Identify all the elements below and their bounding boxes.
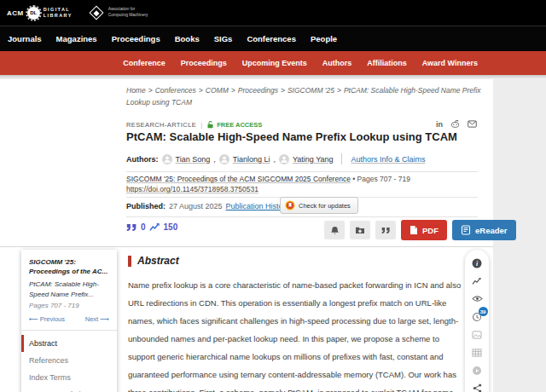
ereader-label: eReader xyxy=(475,226,508,235)
nav-item-proceedings[interactable]: Proceedings xyxy=(112,34,160,43)
venue-row: SIGCOMM '25: Proceedings of the ACM SIGC… xyxy=(126,175,410,183)
authors-label: Authors: xyxy=(126,155,159,164)
sidebar-venue-title[interactable]: SIGCOMM '25: Proceedings of the AC... xyxy=(29,257,109,276)
section-nav-index-terms[interactable]: Index Terms xyxy=(21,369,117,386)
published-date: 27 August 2025 xyxy=(169,202,223,210)
subnav-award-winners[interactable]: Award Winners xyxy=(422,59,478,67)
cite-button[interactable] xyxy=(375,221,396,239)
action-buttons: PDF eReader xyxy=(324,220,516,240)
previous-link[interactable]: ⟵ Previous xyxy=(29,315,65,323)
primary-nav: Journals Magazines Proceedings Books SIG… xyxy=(0,26,546,51)
bullet: • xyxy=(352,175,355,183)
author-link-tian-song[interactable]: Tian Song xyxy=(176,155,211,164)
section-nav-references[interactable]: References xyxy=(21,352,117,369)
tables-icon[interactable] xyxy=(472,347,483,358)
header-shadow xyxy=(0,75,546,79)
breadcrumb-separator: > xyxy=(148,86,153,95)
authors-row: Authors: Tian Song, Tianlong Li, Yating … xyxy=(126,153,426,164)
nav-item-magazines[interactable]: Magazines xyxy=(56,34,97,43)
metrics-row: 0 150 xyxy=(126,222,177,232)
crumb-conferences[interactable]: Conferences xyxy=(155,86,196,95)
section-nav-abstract[interactable]: Abstract xyxy=(21,335,117,352)
share-icons: in xyxy=(436,119,477,129)
subnav-affiliations[interactable]: Affiliations xyxy=(367,59,407,67)
article-meta-row: RESEARCH-ARTICLE | FREE ACCESS xyxy=(126,120,262,129)
doi-row: https://doi.org/10.1145/3718958.3750531 xyxy=(126,185,258,193)
abstract-accent-bar xyxy=(128,256,131,267)
author-separator: , xyxy=(213,155,216,164)
subnav-proceedings[interactable]: Proceedings xyxy=(181,59,227,67)
breadcrumb: Home>Conferences>COMM>Proceedings>SIGCOM… xyxy=(126,85,493,108)
subnav-upcoming-events[interactable]: Upcoming Events xyxy=(242,59,307,67)
divider xyxy=(126,216,478,217)
alert-bell-button[interactable] xyxy=(324,221,345,239)
assoc-line1: Association for xyxy=(108,7,135,11)
next-link[interactable]: Next ⟶ xyxy=(85,315,109,323)
crumb-comm[interactable]: COMM xyxy=(206,86,229,95)
abstract-heading: Abstract xyxy=(137,255,179,267)
venue-link[interactable]: SIGCOMM '25: Proceedings of the ACM SIGC… xyxy=(126,175,351,183)
figures-icon[interactable] xyxy=(472,329,483,340)
free-access-badge: FREE ACCESS xyxy=(206,120,262,129)
author-link-tianlong-li[interactable]: Tianlong Li xyxy=(233,155,270,164)
crumb-sigcomm25[interactable]: SIGCOMM '25 xyxy=(288,86,334,95)
author-avatar xyxy=(279,154,289,164)
meta-divider: | xyxy=(200,121,202,129)
authors-divider xyxy=(341,153,342,164)
media-icon[interactable] xyxy=(472,365,483,376)
abstract-heading-row: Abstract xyxy=(128,255,179,267)
author-avatar xyxy=(162,154,172,164)
published-label: Published: xyxy=(126,202,166,210)
references-icon[interactable]: 39 xyxy=(472,311,483,322)
info-icon[interactable]: i xyxy=(472,257,483,268)
previous-label: Previous xyxy=(40,315,65,323)
crossmark-icon xyxy=(285,200,295,210)
cite-quote-icon xyxy=(381,227,391,234)
sidebar-pages: Pages 707 - 719 xyxy=(29,302,109,309)
nav-item-journals[interactable]: Journals xyxy=(8,34,42,43)
acm-dl-gear-icon: DL xyxy=(27,7,40,20)
conference-subnav: Conference Proceedings Upcoming Events A… xyxy=(0,51,546,75)
acm-dl-logo[interactable]: ACM DL DIGITAL LIBRARY xyxy=(7,7,73,20)
downloads-trend-icon xyxy=(149,222,160,232)
pages-label: Pages 707 - 719 xyxy=(357,175,410,183)
share-icon[interactable] xyxy=(472,383,483,392)
metrics-icon[interactable] xyxy=(472,275,483,286)
divider xyxy=(126,171,478,172)
author-separator: , xyxy=(273,155,276,164)
citation-quote-icon xyxy=(126,223,137,232)
subnav-conference[interactable]: Conference xyxy=(123,59,166,67)
acm-logo-text: ACM xyxy=(7,9,24,17)
author-link-yating-yang[interactable]: Yating Yang xyxy=(293,155,334,164)
free-access-label: FREE ACCESS xyxy=(217,121,262,129)
downloads-count: 150 xyxy=(164,222,178,232)
section-nav-recommendations[interactable]: Recommendations xyxy=(21,386,117,392)
add-to-collection-button[interactable] xyxy=(350,221,370,239)
linkedin-icon[interactable]: in xyxy=(436,120,443,129)
check-for-updates-label: Check for updates xyxy=(299,202,351,210)
ereader-button[interactable]: eReader xyxy=(452,220,516,240)
nav-item-conferences[interactable]: Conferences xyxy=(247,34,296,43)
crumb-home[interactable]: Home xyxy=(126,86,146,95)
acm-dl-page: ACM DL DIGITAL LIBRARY Association for C… xyxy=(0,0,546,392)
authors-info-claims-link[interactable]: Authors Info & Claims xyxy=(351,155,425,164)
nav-item-books[interactable]: Books xyxy=(175,34,200,43)
nav-item-sigs[interactable]: SIGs xyxy=(214,34,233,43)
prev-next-nav: ⟵ Previous Next ⟶ xyxy=(29,315,109,323)
next-arrow-icon: ⟶ xyxy=(100,315,109,323)
breadcrumb-separator: > xyxy=(281,86,285,95)
acm-association-logo[interactable]: Association for Computing Machinery xyxy=(91,7,148,19)
check-for-updates-button[interactable]: Check for updates xyxy=(280,197,358,214)
reddit-icon[interactable] xyxy=(450,119,460,129)
subnav-authors[interactable]: Authors xyxy=(322,59,352,67)
contents-sidebar-card: SIGCOMM '25: Proceedings of the AC... Pt… xyxy=(21,250,117,392)
previous-arrow-icon: ⟵ xyxy=(29,315,38,323)
doi-link[interactable]: https://doi.org/10.1145/3718958.3750531 xyxy=(126,185,258,193)
crumb-proceedings[interactable]: Proceedings xyxy=(238,86,278,95)
pdf-button[interactable]: PDF xyxy=(401,220,447,240)
email-icon[interactable] xyxy=(468,120,477,128)
view-eye-icon[interactable] xyxy=(472,293,483,304)
nav-item-people[interactable]: People xyxy=(311,34,337,43)
sidebar-article-title: PtCAM: Scalable High-Speed Name Prefix..… xyxy=(29,280,109,298)
breadcrumb-separator: > xyxy=(231,86,235,95)
